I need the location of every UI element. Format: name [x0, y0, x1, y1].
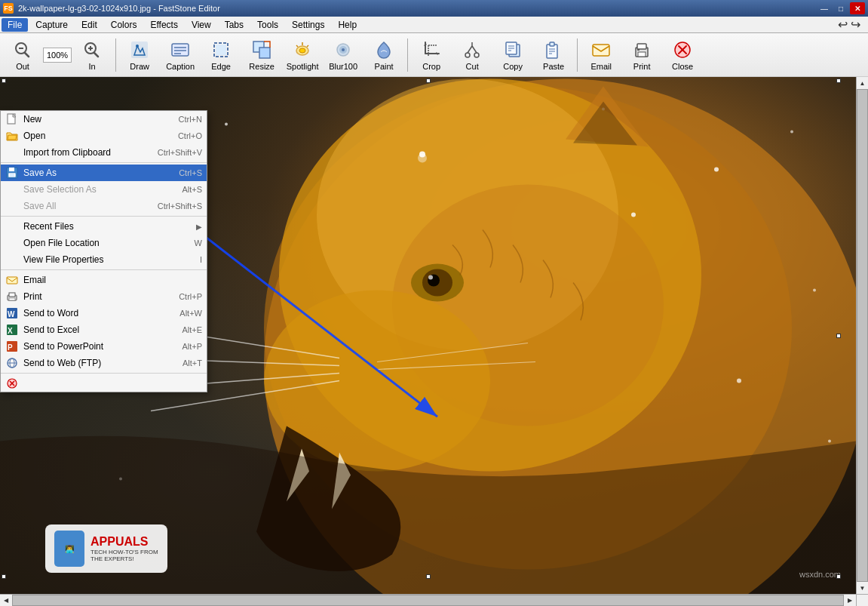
toolbar-sep-3 [577, 38, 578, 72]
menu-item-new[interactable]: New Ctrl+N [1, 111, 207, 128]
scroll-down-button[interactable]: ▼ [857, 582, 869, 594]
menu-open-label: Open [23, 131, 163, 141]
resize-handle-bl[interactable] [2, 574, 6, 579]
menu-bar: File Capture Edit Colors Effects View Ta… [0, 17, 868, 33]
word-icon: W [5, 306, 19, 320]
menu-powerpoint-label: Send to PowerPoint [23, 341, 167, 352]
scroll-thumb[interactable] [857, 89, 868, 582]
vertical-scrollbar[interactable]: ▲ ▼ [856, 77, 868, 594]
zoom-out-button[interactable]: Out [3, 35, 42, 75]
menu-settings[interactable]: Settings [286, 18, 330, 32]
menu-item-recent[interactable]: Recent Files ▶ [1, 218, 207, 235]
menu-item-open-location[interactable]: Open File Location W [1, 235, 207, 251]
h-scroll-thumb[interactable] [12, 595, 844, 606]
open-file-icon [5, 129, 19, 143]
menu-item-send-word[interactable]: W Send to Word Alt+W [1, 305, 207, 321]
toolbar-cut-button[interactable]: Cut [452, 35, 492, 75]
email-icon [590, 39, 612, 60]
toolbar-draw-button[interactable]: Draw [120, 35, 159, 75]
menu-import-shortcut: Ctrl+Shift+V [158, 148, 202, 157]
menu-item-email[interactable]: Email [1, 272, 207, 288]
scroll-left-button[interactable]: ◀ [0, 595, 12, 607]
zoom-out-label: Out [16, 62, 29, 71]
close-toolbar-icon [672, 39, 693, 60]
menu-word-shortcut: Alt+W [179, 309, 202, 318]
menu-item-save-as[interactable]: Save As Ctrl+S [1, 165, 207, 181]
scroll-up-button[interactable]: ▲ [857, 77, 869, 89]
menu-view[interactable]: View [186, 18, 217, 32]
toolbar-paste-button[interactable]: Paste [534, 35, 573, 75]
zoom-in-button[interactable]: In [72, 35, 112, 75]
toolbar-email-button[interactable]: Email [581, 35, 621, 75]
toolbar-edge-button[interactable]: Edge [201, 35, 241, 75]
menu-effects[interactable]: Effects [144, 18, 183, 32]
menu-item-send-powerpoint[interactable]: P Send to PowerPoint Alt+P [1, 338, 207, 355]
resize-handle-tl[interactable] [2, 78, 6, 83]
scroll-right-button[interactable]: ▶ [844, 595, 856, 607]
undo-button[interactable]: ↩ [838, 17, 848, 32]
resize-handle-tr[interactable] [836, 78, 841, 83]
toolbar-print-button[interactable]: Print [622, 35, 661, 75]
menu-tools[interactable]: Tools [251, 18, 284, 32]
svg-line-28 [468, 46, 472, 53]
menu-item-send-excel[interactable]: X Send to Excel Alt+E [1, 321, 207, 338]
print-icon [631, 39, 652, 60]
email-menu-icon [5, 273, 19, 287]
menu-item-close[interactable] [1, 375, 207, 392]
svg-point-27 [474, 53, 479, 57]
maximize-button[interactable]: □ [833, 2, 848, 14]
svg-point-68 [225, 123, 228, 126]
app-icon: FS [3, 3, 14, 14]
menu-edit[interactable]: Edit [75, 18, 103, 32]
menu-item-import[interactable]: Import from Clipboard Ctrl+Shift+V [1, 144, 207, 161]
menu-save-all-shortcut: Ctrl+Shift+S [158, 201, 202, 211]
window-close-button[interactable]: ✕ [850, 2, 865, 14]
menu-file[interactable]: File [2, 18, 28, 32]
toolbar-resize-button[interactable]: Resize [242, 35, 281, 75]
paste-icon [543, 39, 564, 60]
redo-button[interactable]: ↪ [851, 17, 860, 32]
resize-handle-br[interactable] [836, 574, 841, 579]
file-menu-dropdown: New Ctrl+N Open Ctrl+O Import from Clipb… [0, 110, 207, 392]
zoom-in-icon [81, 39, 103, 60]
toolbar-close-button[interactable]: Close [663, 35, 702, 75]
wsxdn-watermark: wsxdn.com [799, 570, 841, 579]
title-controls: — □ ✕ [817, 2, 865, 14]
menu-tabs[interactable]: Tabs [219, 18, 250, 32]
toolbar-copy-button[interactable]: Copy [493, 35, 532, 75]
resize-handle-mr[interactable] [836, 334, 841, 338]
toolbar-crop-button[interactable]: Crop [412, 35, 451, 75]
draw-icon [129, 39, 150, 60]
toolbar-spotlight-button[interactable]: Spotlight [283, 35, 322, 75]
resize-handle-tc[interactable] [426, 78, 431, 83]
copy-icon [502, 39, 523, 60]
crop-label: Crop [422, 62, 440, 71]
toolbar-blur-button[interactable]: Blur100 [324, 35, 363, 75]
svg-line-6 [94, 53, 98, 57]
menu-web-label: Send to Web (FTP) [23, 358, 167, 368]
svg-point-80 [418, 154, 427, 163]
copy-label: Copy [503, 62, 523, 71]
svg-line-29 [472, 46, 477, 53]
menu-divider-4 [1, 373, 207, 374]
resize-handle-bc[interactable] [426, 574, 431, 579]
menu-help[interactable]: Help [332, 18, 363, 32]
appuals-tagline: TECH HOW-TO'S FROMTHE EXPERTS! [90, 549, 158, 562]
close-toolbar-label: Close [672, 62, 693, 71]
import-icon [5, 146, 19, 159]
toolbar-paint-button[interactable]: Paint [364, 35, 403, 75]
horizontal-scrollbar[interactable]: ◀ ▶ [0, 594, 856, 606]
zoom-in-label: In [89, 62, 96, 71]
menu-item-send-web[interactable]: Send to Web (FTP) Alt+T [1, 355, 207, 371]
svg-point-79 [828, 440, 831, 443]
toolbar-caption-button[interactable]: Caption [161, 35, 200, 75]
menu-item-properties[interactable]: View File Properties I [1, 251, 207, 268]
menu-colors[interactable]: Colors [105, 18, 143, 32]
menu-item-open[interactable]: Open Ctrl+O [1, 128, 207, 144]
menu-capture[interactable]: Capture [29, 18, 74, 32]
svg-point-75 [813, 289, 816, 292]
save-selection-icon [5, 183, 19, 196]
minimize-button[interactable]: — [817, 2, 832, 14]
menu-item-print[interactable]: Print Ctrl+P [1, 288, 207, 305]
menu-item-save-all: Save All Ctrl+Shift+S [1, 198, 207, 214]
